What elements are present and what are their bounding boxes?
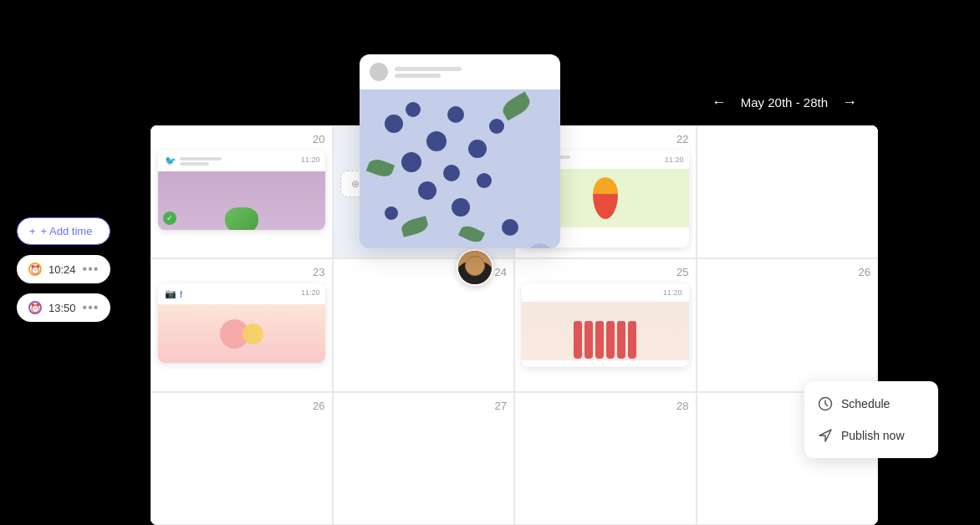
post-card-bottles[interactable]: 11:20	[522, 283, 689, 367]
featured-lines	[395, 67, 462, 78]
berry	[406, 102, 421, 117]
card-line	[180, 162, 209, 166]
calendar-cell-27[interactable]: 27	[333, 392, 515, 525]
calendar-cell-28[interactable]: 28	[514, 392, 697, 525]
bottle-2	[584, 321, 593, 359]
mint-leaf	[400, 216, 430, 237]
lemon-shape	[242, 324, 263, 344]
papaya-shape	[593, 177, 618, 219]
time-slot-dots-2[interactable]: •••	[83, 300, 100, 315]
next-nav-button[interactable]: →	[838, 90, 861, 114]
featured-line	[395, 74, 441, 78]
time-2: 13:50	[48, 302, 76, 314]
context-menu: Schedule Publish now	[804, 381, 938, 458]
berry	[489, 119, 504, 134]
berry	[477, 173, 492, 188]
berry	[447, 106, 464, 123]
check-badge: ✓	[163, 212, 176, 225]
schedule-label: Schedule	[841, 397, 890, 410]
featured-line	[395, 67, 462, 71]
date-range-label: May 20th - 28th	[741, 95, 828, 110]
calendar-cell-26b[interactable]: 26	[151, 392, 333, 525]
card-footer	[522, 360, 689, 367]
calendar-cell-25[interactable]: 25 11:20	[514, 258, 697, 391]
time-1: 10:24	[48, 263, 76, 276]
card-line	[180, 157, 222, 161]
post-time: 11:20	[665, 155, 684, 164]
mint-leaf	[499, 92, 533, 121]
post-time: 11:20	[663, 288, 682, 297]
cell-day-28: 28	[522, 400, 689, 412]
featured-header	[360, 54, 560, 89]
left-panel: + + Add time ⏰ 10:24 ••• ⏰ 13:50 •••	[17, 217, 110, 322]
bottle-3	[595, 321, 604, 359]
prev-nav-button[interactable]: ←	[707, 90, 731, 114]
berry	[502, 219, 518, 236]
time-slot-dots-1[interactable]: •••	[83, 262, 100, 277]
send-menu-icon	[818, 428, 833, 443]
calendar-cell-23[interactable]: 23 📷 f 11:20	[151, 258, 333, 391]
instagram-icon: 📷	[165, 288, 176, 299]
cell-day-26b: 26	[158, 400, 325, 412]
mint-leaf	[366, 156, 395, 179]
avatar-inner	[458, 251, 492, 284]
cell-day-25: 25	[522, 266, 689, 278]
berry	[426, 131, 447, 151]
calendar-cell-empty	[697, 125, 879, 258]
post-time: 11:20	[301, 155, 320, 164]
cell-day-26: 26	[704, 266, 871, 278]
facebook-icon: f	[180, 289, 182, 299]
melon-image	[158, 171, 325, 230]
main-container: ← May 20th - 28th → 20 🐦 11:20	[0, 0, 980, 525]
berry	[443, 165, 460, 181]
calendar-cell-20[interactable]: 20 🐦 11:20 ✓	[151, 125, 333, 258]
post-card-twitter[interactable]: 🐦 11:20 ✓	[158, 150, 325, 230]
berry	[468, 140, 487, 158]
featured-post-card[interactable]: ▶	[360, 54, 560, 248]
plus-icon: +	[29, 225, 36, 237]
avatar-head	[465, 256, 485, 276]
featured-image	[360, 89, 560, 248]
cell-day-20: 20	[158, 133, 325, 145]
bottle-1	[574, 321, 582, 359]
clock-icon-orange: ⏰	[28, 262, 42, 276]
bottle-6	[628, 321, 636, 359]
bottles-image	[522, 302, 689, 360]
time-slot-1[interactable]: ⏰ 10:24 •••	[17, 255, 110, 283]
cell-day-23: 23	[158, 266, 325, 278]
add-time-button[interactable]: + + Add time	[17, 217, 110, 245]
berry	[401, 152, 421, 172]
post-time: 11:20	[301, 288, 320, 297]
clock-icon-purple: ⏰	[28, 301, 42, 314]
post-card-social[interactable]: 📷 f 11:20	[158, 283, 325, 363]
melon-shape	[225, 207, 258, 230]
bottle-5	[617, 321, 625, 359]
calendar-cell-26[interactable]: 26	[697, 258, 879, 391]
schedule-menu-item[interactable]: Schedule	[804, 388, 938, 420]
berry	[452, 198, 470, 217]
add-time-label: + Add time	[41, 225, 93, 237]
clock-menu-icon	[818, 396, 833, 411]
bottle-4	[606, 321, 615, 359]
publish-now-menu-item[interactable]: Publish now	[804, 420, 938, 451]
cell-day-27: 27	[340, 400, 508, 412]
person-avatar	[457, 249, 493, 286]
publish-now-label: Publish now	[841, 429, 905, 442]
citrus-image	[158, 304, 325, 363]
featured-avatar	[370, 63, 388, 81]
berry	[385, 206, 398, 220]
plus-icon: ⊕	[351, 178, 360, 190]
blueberry-bg	[360, 89, 560, 248]
berry	[418, 181, 436, 200]
berry	[385, 115, 403, 133]
time-slot-2[interactable]: ⏰ 13:50 •••	[17, 293, 110, 322]
mint-leaf	[458, 223, 485, 245]
twitter-icon: 🐦	[165, 155, 176, 166]
